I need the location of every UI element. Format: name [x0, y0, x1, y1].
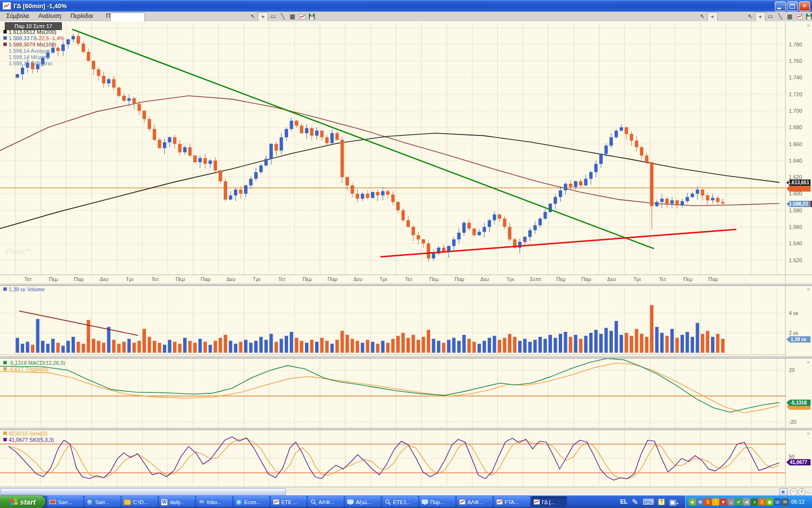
- macd-tag: -5,1318: [786, 400, 811, 406]
- swirl-icon[interactable]: ◉: [766, 498, 773, 506]
- taskbutton-label: Inbo...: [207, 499, 222, 505]
- time-axis-label: Πεμ: [49, 276, 58, 282]
- task-daily-doc[interactable]: Wdaily...: [159, 496, 195, 507]
- stoch-mid-label: 50: [789, 454, 795, 460]
- task-ete1[interactable]: ETE1...: [382, 496, 418, 507]
- zoom-out-button[interactable]: −: [790, 488, 798, 496]
- heart-icon[interactable]: ♥: [720, 498, 727, 506]
- spreadsheet-icon[interactable]: X: [758, 498, 766, 506]
- time-axis-label: Τρι: [633, 276, 640, 282]
- price-axis-label: 1.520: [789, 257, 802, 263]
- fit-width-icon[interactable]: ↔: [806, 489, 811, 494]
- legend-indent: [3, 49, 7, 52]
- time-axis-label: Παρ: [708, 276, 718, 282]
- toolbar-app-icon: [49, 499, 56, 505]
- task-axio[interactable]: Αξιώ...: [345, 496, 381, 507]
- legend-text: -22,5 -1,4%: [37, 35, 64, 41]
- stoch-tag: 41,0677: [786, 459, 811, 465]
- close-volume-panel-icon[interactable]: ×: [805, 286, 811, 292]
- task-sarr-2[interactable]: Sarr...: [85, 496, 120, 507]
- volume-tag: 1,39 εκ: [786, 336, 811, 343]
- task-alf-2[interactable]: ΑΛΦ...: [457, 496, 493, 507]
- time-axis-label: Πεμ: [175, 276, 185, 282]
- panel-separator[interactable]: [0, 427, 812, 430]
- red-trendline: [381, 229, 736, 257]
- antivirus-check-icon[interactable]: ✔: [735, 498, 742, 506]
- taskbutton-label: ΑΛΦ...: [467, 499, 483, 505]
- speaker-icon[interactable]: ◄: [743, 498, 750, 506]
- time-axis-label: Δευ: [100, 276, 108, 282]
- scroll-right-arrow[interactable]: ▶: [779, 488, 788, 496]
- price-axis-label: 1.560: [789, 224, 802, 230]
- globe-icon: [87, 499, 93, 505]
- ie-icon: e: [235, 499, 242, 505]
- time-axis-label: Παρ: [454, 276, 464, 282]
- close-macd-panel-icon[interactable]: ×: [805, 359, 811, 365]
- taskbutton-label: C:\D...: [133, 499, 148, 505]
- legend-text: 1.588,33 ΓΔ: [9, 35, 37, 41]
- task-gd-active[interactable]: ΓΔ [...: [531, 496, 567, 507]
- task-sarr-1[interactable]: Sarr...: [47, 496, 83, 507]
- price-axis-label: 1.700: [789, 108, 802, 114]
- horizontal-scrollbar[interactable]: ▶ − + ↔: [0, 487, 812, 496]
- task-ete[interactable]: ETE ...: [271, 496, 306, 507]
- chart-icon: [459, 499, 465, 505]
- legend-text: 1.588,15 Ελάχιστο: [9, 60, 52, 66]
- task-economy[interactable]: eEcon...: [233, 496, 269, 507]
- candlestick-series: [16, 32, 725, 262]
- task-inbox[interactable]: ✉Inbo...: [196, 496, 232, 507]
- gauge-icon[interactable]: ◑: [751, 498, 758, 506]
- task-fta[interactable]: FTA...: [494, 496, 530, 507]
- pen-icon[interactable]: ✎: [632, 497, 638, 507]
- legend-low: 1.588,15 Ελάχιστο: [3, 60, 52, 66]
- legend-text: 1.588,3079 Ms(100): [9, 42, 56, 47]
- binoculars-icon[interactable]: ☺: [727, 498, 735, 506]
- panel-separator[interactable]: [0, 283, 812, 286]
- price-axis-label: 1.620: [789, 174, 802, 180]
- layout-icon[interactable]: ▣▾: [669, 497, 678, 507]
- time-axis-label: Δευ: [480, 276, 489, 282]
- zoom-in-button[interactable]: +: [798, 488, 806, 496]
- messenger-icon[interactable]: ☏: [774, 498, 781, 506]
- plant-icon[interactable]: ♣: [689, 498, 696, 506]
- macd-legend: -5,1318 MACD(12,26,9): [3, 359, 65, 366]
- taskbutton-label: Sarr...: [95, 499, 109, 505]
- flame-icon[interactable]: S: [704, 498, 711, 506]
- stoch-slow-legend: 42,4215 Slow(3): [3, 430, 47, 436]
- close-price-panel-icon[interactable]: ×: [805, 23, 811, 29]
- panel-separator[interactable]: [0, 356, 812, 359]
- taskbutton-label: ETE ...: [281, 499, 298, 505]
- language-indicator[interactable]: EL: [620, 498, 627, 505]
- help-note-icon[interactable]: ?: [658, 499, 665, 505]
- taskbutton-label: ΓΔ [...: [542, 499, 555, 505]
- outlook-icon: ✉: [198, 499, 205, 505]
- taskbutton-label: daily...: [170, 499, 185, 505]
- task-par[interactable]: Παρ...: [420, 496, 455, 507]
- phone-icon[interactable]: ✉: [782, 498, 789, 506]
- time-axis-label: Παρ: [581, 276, 592, 282]
- legend-symbol: 1.588,33 ΓΔ -22,5 -1,4%: [3, 35, 64, 41]
- gear-error-icon[interactable]: ⊗: [696, 498, 704, 506]
- stoch-k-legend: 41,0677 StO(5,3,3): [3, 436, 54, 443]
- windows-flag-icon: [10, 498, 18, 506]
- scrollbar-thumb[interactable]: [0, 488, 286, 496]
- security-shield-icon[interactable]: !: [712, 498, 719, 506]
- chart-area[interactable]: Παρ 10 Σεπτ 17 1.613,6512 Ms(200)1.588,3…: [0, 21, 812, 495]
- start-button[interactable]: start: [0, 495, 45, 508]
- time-axis-label: Δευ: [607, 276, 616, 282]
- word-doc-icon: W: [161, 499, 168, 505]
- keyboard-icon[interactable]: ⌨: [643, 497, 654, 507]
- task-alf-1[interactable]: ΑΛΦ...: [308, 496, 344, 507]
- monitor-icon: [347, 499, 354, 505]
- task-explorer[interactable]: C:\D...: [122, 496, 158, 507]
- close-stoch-panel-icon[interactable]: ×: [805, 431, 811, 436]
- legend-swatch: [3, 43, 7, 46]
- taskbutton-label: FTA...: [505, 499, 519, 505]
- legend-text: 1.598,14 Μέγιστο: [9, 54, 50, 60]
- time-axis-label: Παρ: [201, 276, 211, 282]
- time-axis-label: Δευ: [353, 276, 362, 282]
- magnifier-icon: [310, 499, 317, 505]
- volume-axis-label: 4 εκ: [789, 310, 798, 316]
- legend-ma200: 1.613,6512 Ms(200): [3, 29, 56, 35]
- legend-text: 1.598,14 Ανοιγμα: [9, 48, 50, 54]
